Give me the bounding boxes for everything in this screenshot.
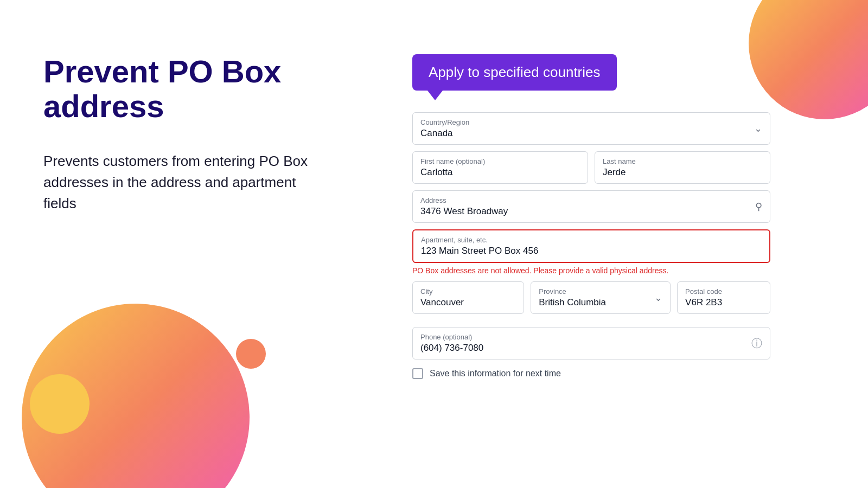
last-name-field: Last name Jerde: [595, 151, 770, 184]
postal-value: V6R 2B3: [685, 297, 722, 307]
province-label: Province: [539, 287, 662, 296]
city-input-wrapper[interactable]: City Vancouver: [412, 281, 524, 314]
page-title: Prevent PO Box address: [43, 54, 336, 124]
country-value: Canada: [420, 128, 453, 138]
last-name-value: Jerde: [603, 167, 626, 177]
right-panel: Apply to specified countries Country/Reg…: [380, 0, 868, 488]
chevron-down-icon-province: ⌄: [654, 292, 662, 304]
postal-label: Postal code: [685, 287, 762, 296]
save-checkbox[interactable]: [412, 368, 423, 379]
name-group: First name (optional) Carlotta Last name…: [412, 151, 770, 184]
form-container: Country/Region Canada ⌄ First name (opti…: [412, 112, 770, 379]
save-row[interactable]: Save this information for next time: [412, 368, 770, 379]
postal-field: Postal code V6R 2B3: [677, 281, 770, 314]
address-label: Address: [420, 196, 762, 204]
chevron-down-icon: ⌄: [754, 123, 762, 134]
apartment-input-wrapper[interactable]: Apartment, suite, etc. 123 Main Street P…: [412, 229, 770, 263]
postal-input-wrapper[interactable]: Postal code V6R 2B3: [677, 281, 770, 314]
province-value: British Columbia: [539, 297, 606, 307]
phone-input-wrapper[interactable]: Phone (optional) (604) 736-7080 ⓘ: [412, 327, 770, 359]
page-layout: Prevent PO Box address Prevents customer…: [0, 0, 868, 488]
province-field: Province British Columbia ⌄: [531, 281, 671, 314]
apartment-field: Apartment, suite, etc. 123 Main Street P…: [412, 229, 770, 275]
country-field: Country/Region Canada ⌄: [412, 112, 770, 145]
save-label: Save this information for next time: [430, 369, 561, 378]
city-label: City: [420, 287, 516, 296]
error-message: PO Box addresses are not allowed. Please…: [412, 266, 770, 275]
first-name-field: First name (optional) Carlotta: [412, 151, 588, 184]
address-value: 3476 West Broadway: [420, 206, 508, 216]
phone-label: Phone (optional): [420, 333, 762, 341]
phone-field: Phone (optional) (604) 736-7080 ⓘ: [412, 327, 770, 359]
address-input-wrapper[interactable]: Address 3476 West Broadway ⚲: [412, 190, 770, 223]
city-province-postal-group: City Vancouver Province British Columbia…: [412, 281, 770, 320]
address-field: Address 3476 West Broadway ⚲: [412, 190, 770, 223]
first-name-label: First name (optional): [420, 157, 580, 165]
apartment-label: Apartment, suite, etc.: [421, 236, 762, 244]
search-icon: ⚲: [755, 201, 762, 213]
last-name-label: Last name: [603, 157, 762, 165]
city-field: City Vancouver: [412, 281, 524, 314]
country-label: Country/Region: [420, 118, 762, 126]
apartment-value: 123 Main Street PO Box 456: [421, 246, 538, 256]
left-panel: Prevent PO Box address Prevents customer…: [0, 0, 380, 488]
first-name-value: Carlotta: [420, 167, 453, 177]
phone-value: (604) 736-7080: [420, 343, 483, 353]
first-name-input-wrapper[interactable]: First name (optional) Carlotta: [412, 151, 588, 184]
country-input-wrapper[interactable]: Country/Region Canada ⌄: [412, 112, 770, 145]
help-icon: ⓘ: [751, 336, 762, 351]
tooltip-badge: Apply to specified countries: [412, 54, 617, 91]
last-name-input-wrapper[interactable]: Last name Jerde: [595, 151, 770, 184]
tooltip-label: Apply to specified countries: [429, 64, 601, 80]
page-description: Prevents customers from entering PO Box …: [43, 151, 315, 214]
province-input-wrapper[interactable]: Province British Columbia ⌄: [531, 281, 671, 314]
city-value: Vancouver: [420, 297, 464, 307]
